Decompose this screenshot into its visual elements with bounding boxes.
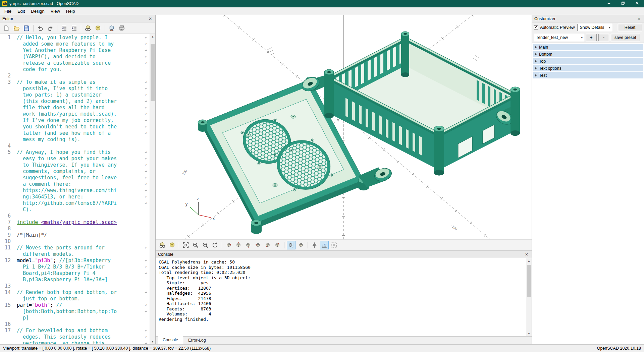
scroll-up-icon[interactable]: ▲ xyxy=(526,258,532,263)
view-preview-button[interactable] xyxy=(158,241,167,249)
print-button[interactable] xyxy=(117,23,126,33)
view-top-button[interactable] xyxy=(234,241,243,249)
code-editor[interactable]: 1// Hello, you lovely people. I added so… xyxy=(0,34,155,344)
view-all-button[interactable] xyxy=(330,241,338,249)
code-line[interactable]: 11// Moves the ports around for differen… xyxy=(0,245,150,257)
open-button[interactable] xyxy=(12,23,21,33)
console-scroll-thumb[interactable] xyxy=(527,265,531,297)
group-row-main[interactable]: Main xyxy=(533,44,643,50)
scroll-down-icon[interactable]: ▼ xyxy=(526,331,532,336)
tab-error-log[interactable]: Error-Log xyxy=(183,337,211,344)
group-row-bottom[interactable]: Bottom xyxy=(533,51,643,57)
customizer-close-icon[interactable]: ✕ xyxy=(636,16,642,21)
code-line[interactable]: 5// Anyway, I hope you find this easy to… xyxy=(0,149,150,213)
show-crosshairs-button[interactable] xyxy=(310,241,319,249)
3d-viewport[interactable]: 100 -100 xyxy=(156,15,532,239)
code-line[interactable]: 7include <maths/yarpic_model.scad> xyxy=(0,219,150,226)
menu-file[interactable]: File xyxy=(1,8,14,15)
remove-preset-button[interactable]: - xyxy=(598,34,609,41)
code-text: // To make it as simple as possible, I'v… xyxy=(17,79,118,143)
preview-button[interactable] xyxy=(83,23,93,33)
console-scrollbar[interactable]: ▲ ▼ xyxy=(526,258,532,336)
code-line[interactable]: 4 xyxy=(0,143,150,149)
minimize-button[interactable] xyxy=(602,0,616,7)
code-text xyxy=(17,283,118,289)
automatic-preview-checkbox[interactable] xyxy=(534,25,538,30)
export-stl-button[interactable]: STL xyxy=(107,23,116,33)
zoom-all-button[interactable] xyxy=(181,241,190,249)
render-button[interactable] xyxy=(93,23,103,33)
maximize-button[interactable] xyxy=(616,0,630,7)
perspective-button[interactable] xyxy=(287,241,296,249)
scroll-down-icon[interactable]: ▼ xyxy=(150,339,155,344)
code-line[interactable]: 10 xyxy=(0,238,150,245)
code-line[interactable]: 14// Render both top and bottom, or just… xyxy=(0,289,150,302)
view-back-button[interactable] xyxy=(273,241,282,249)
new-button[interactable] xyxy=(2,23,11,33)
zoom-out-button[interactable] xyxy=(201,241,210,249)
redo-button[interactable] xyxy=(46,23,55,33)
preview-icon xyxy=(159,242,165,248)
code-line[interactable]: 8 xyxy=(0,226,150,232)
zoom-in-button[interactable] xyxy=(191,241,200,249)
code-line[interactable]: 6 xyxy=(0,213,150,219)
scroll-up-icon[interactable]: ▲ xyxy=(150,34,155,39)
automatic-preview-label: Automatic Preview xyxy=(540,25,575,30)
editor-scroll-track[interactable] xyxy=(150,39,155,339)
view-bottom-button[interactable] xyxy=(244,241,253,249)
new-icon xyxy=(3,25,9,31)
reset-button[interactable]: Reset xyxy=(618,24,642,31)
code-line[interactable]: 9/*[Main]*/ xyxy=(0,232,150,238)
menu-help[interactable]: Help xyxy=(63,8,78,15)
code-line[interactable]: 17// For bevelled top and bottom edges. … xyxy=(0,328,150,344)
axis-x-label: x xyxy=(213,216,215,221)
undo-button[interactable] xyxy=(36,23,45,33)
group-row-text-options[interactable]: Text options xyxy=(533,65,643,71)
group-row-test[interactable]: Test xyxy=(533,72,643,78)
tab-console[interactable]: Console xyxy=(158,336,183,344)
code-text xyxy=(17,73,118,79)
code-segment: model= xyxy=(17,257,35,263)
save-icon xyxy=(23,25,30,31)
editor-close-icon[interactable]: ✕ xyxy=(148,16,153,21)
console-close-icon[interactable]: ✕ xyxy=(524,252,529,257)
zoom-all-icon xyxy=(183,242,189,248)
code-line[interactable]: 16 xyxy=(0,321,150,328)
code-line[interactable]: 12model="pi3b"; //[pi3b:Raspberry Pi 1 B… xyxy=(0,257,150,283)
editor-scrollbar[interactable]: ▲ ▼ xyxy=(150,34,155,344)
unindent-button[interactable] xyxy=(59,23,69,33)
wrap-markers: ↩↩↩↩↩↩↩↩↩ xyxy=(142,79,150,136)
code-line[interactable]: 13 xyxy=(0,283,150,289)
orthogonal-button[interactable] xyxy=(297,241,305,249)
close-button[interactable] xyxy=(630,0,644,7)
preset-combobox[interactable]: render_test_new ▾ xyxy=(534,34,584,41)
save-preset-button[interactable]: save preset xyxy=(611,34,640,41)
view-render-button[interactable] xyxy=(168,241,176,249)
menu-design[interactable]: Design xyxy=(28,8,47,15)
details-dropdown[interactable]: Show Details ▾ xyxy=(577,24,612,31)
group-row-top[interactable]: Top xyxy=(533,58,643,64)
code-text: part="both"; // [both:Both,bottom:Bottom… xyxy=(17,302,118,321)
menu-view[interactable]: View xyxy=(48,8,63,15)
reset-view-button[interactable] xyxy=(211,241,219,249)
console-scroll-track[interactable] xyxy=(526,263,532,331)
code-text: // For bevelled top and bottom edges. Th… xyxy=(17,328,118,344)
zoom-out-icon xyxy=(202,242,208,248)
code-line[interactable]: 3// To make it as simple as possible, I'… xyxy=(0,79,150,143)
wrap-flag-icon: ↩ xyxy=(142,340,150,344)
code-line[interactable]: 2 xyxy=(0,73,150,79)
view-front-button[interactable] xyxy=(263,241,272,249)
code-line[interactable]: 1// Hello, you lovely people. I added so… xyxy=(0,35,150,73)
show-scale-markers-button[interactable]: 10 xyxy=(320,241,329,249)
cube-top-icon xyxy=(235,242,241,248)
editor-scroll-thumb[interactable] xyxy=(151,44,155,101)
menubar: FileEditDesignViewHelp xyxy=(0,7,644,15)
add-preset-button[interactable]: + xyxy=(586,34,597,41)
code-line[interactable]: 15part="both"; // [both:Both,bottom:Bott… xyxy=(0,302,150,321)
menu-edit[interactable]: Edit xyxy=(14,8,28,15)
view-right-button[interactable] xyxy=(224,241,233,249)
view-left-button[interactable] xyxy=(254,241,262,249)
save-button[interactable] xyxy=(22,23,31,33)
console-header: Console ✕ xyxy=(156,251,532,258)
indent-button[interactable] xyxy=(69,23,79,33)
